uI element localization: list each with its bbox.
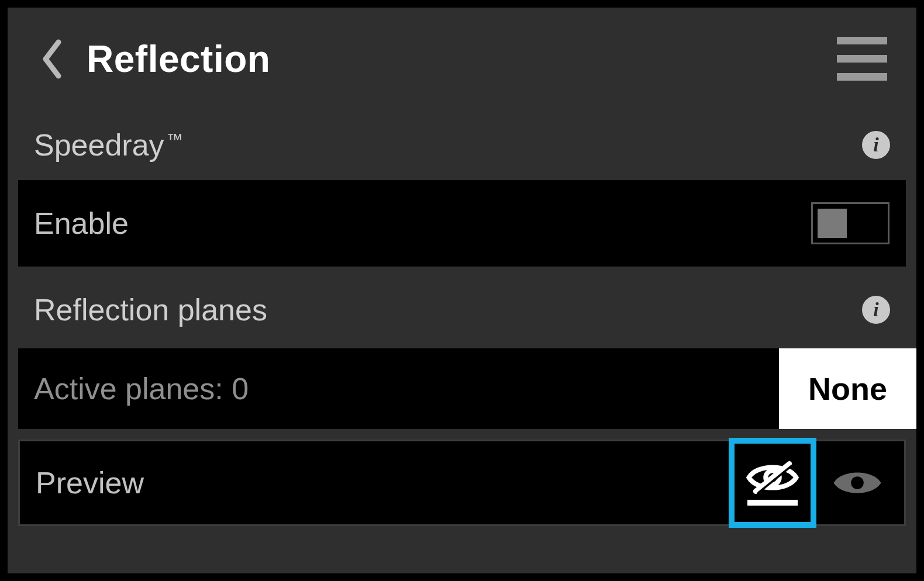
info-icon[interactable]: i [862,131,890,159]
menu-button[interactable] [837,37,893,81]
info-icon[interactable]: i [862,296,890,324]
eye-off-icon [746,460,799,506]
none-button[interactable]: None [779,348,916,429]
panel-title: Reflection [87,37,270,81]
panel-header: Reflection [8,8,916,110]
active-planes-label: Active planes: 0 [18,371,249,406]
trademark-symbol: ™ [167,130,183,148]
reflection-panel: Reflection Speedray™ i Enable Reflection… [8,8,916,573]
speedray-section-header: Speedray™ i [8,110,916,180]
reflection-planes-title: Reflection planes [34,292,267,327]
hamburger-icon [837,37,887,44]
eye-icon [831,465,884,500]
reflection-planes-section-header: Reflection planes i [8,275,916,345]
preview-hide-button[interactable] [729,438,816,528]
chevron-left-icon [40,39,63,79]
enable-toggle[interactable] [811,202,889,244]
toggle-knob [818,209,847,238]
active-planes-row: Active planes: 0 None [18,348,906,429]
preview-row: Preview [18,440,906,526]
enable-row: Enable [18,180,906,267]
speedray-title: Speedray™ [34,127,183,162]
preview-controls [729,438,904,528]
svg-point-3 [851,476,864,489]
back-button[interactable] [31,30,72,88]
preview-label: Preview [20,465,144,500]
preview-show-button[interactable] [816,442,898,524]
enable-label: Enable [18,206,129,241]
